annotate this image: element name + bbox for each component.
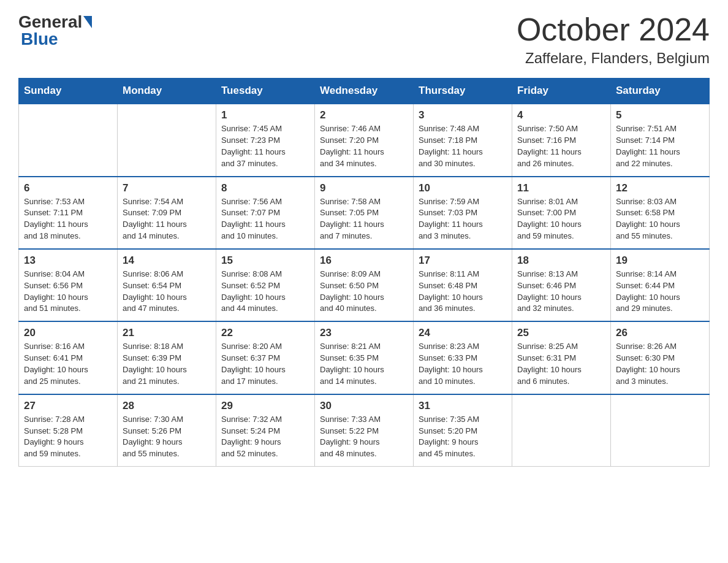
day-info: Sunrise: 8:20 AM Sunset: 6:37 PM Dayligh… [221, 341, 309, 387]
day-info: Sunrise: 8:21 AM Sunset: 6:35 PM Dayligh… [320, 341, 408, 387]
day-number: 23 [320, 327, 408, 339]
calendar-cell: 13Sunrise: 8:04 AM Sunset: 6:56 PM Dayli… [19, 249, 118, 321]
day-number: 7 [123, 182, 211, 194]
calendar-cell: 17Sunrise: 8:11 AM Sunset: 6:48 PM Dayli… [414, 249, 512, 321]
page-header: General Blue October 2024 Zaffelare, Fla… [18, 12, 710, 67]
month-title: October 2024 [517, 12, 710, 47]
day-info: Sunrise: 7:51 AM Sunset: 7:14 PM Dayligh… [616, 123, 704, 169]
calendar-cell: 19Sunrise: 8:14 AM Sunset: 6:44 PM Dayli… [611, 249, 710, 321]
logo-blue-text: Blue [21, 29, 58, 48]
day-number: 4 [517, 109, 605, 121]
day-number: 20 [24, 327, 112, 339]
day-number: 19 [616, 255, 704, 267]
day-info: Sunrise: 7:28 AM Sunset: 5:28 PM Dayligh… [24, 414, 112, 460]
day-number: 29 [221, 400, 309, 412]
day-number: 24 [419, 327, 507, 339]
day-number: 10 [419, 182, 507, 194]
day-info: Sunrise: 7:48 AM Sunset: 7:18 PM Dayligh… [419, 123, 507, 169]
logo-triangle-icon [83, 16, 92, 28]
calendar-table: SundayMondayTuesdayWednesdayThursdayFrid… [18, 78, 710, 467]
calendar-cell: 14Sunrise: 8:06 AM Sunset: 6:54 PM Dayli… [118, 249, 216, 321]
calendar-cell: 5Sunrise: 7:51 AM Sunset: 7:14 PM Daylig… [611, 104, 710, 176]
day-number: 11 [517, 182, 605, 194]
calendar-cell: 22Sunrise: 8:20 AM Sunset: 6:37 PM Dayli… [216, 321, 315, 394]
calendar-header-monday: Monday [118, 79, 216, 104]
calendar-cell: 9Sunrise: 7:58 AM Sunset: 7:05 PM Daylig… [315, 177, 414, 249]
day-info: Sunrise: 8:26 AM Sunset: 6:30 PM Dayligh… [616, 341, 704, 387]
day-info: Sunrise: 7:33 AM Sunset: 5:22 PM Dayligh… [320, 414, 408, 460]
calendar-cell: 8Sunrise: 7:56 AM Sunset: 7:07 PM Daylig… [216, 177, 315, 249]
calendar-cell: 4Sunrise: 7:50 AM Sunset: 7:16 PM Daylig… [512, 104, 611, 176]
day-number: 9 [320, 182, 408, 194]
day-number: 25 [517, 327, 605, 339]
calendar-header-thursday: Thursday [414, 79, 512, 104]
day-number: 13 [24, 255, 112, 267]
day-number: 12 [616, 182, 704, 194]
calendar-cell: 7Sunrise: 7:54 AM Sunset: 7:09 PM Daylig… [118, 177, 216, 249]
day-number: 22 [221, 327, 309, 339]
day-number: 6 [24, 182, 112, 194]
calendar-week-row: 1Sunrise: 7:45 AM Sunset: 7:23 PM Daylig… [19, 104, 710, 176]
day-info: Sunrise: 8:23 AM Sunset: 6:33 PM Dayligh… [419, 341, 507, 387]
calendar-cell: 25Sunrise: 8:25 AM Sunset: 6:31 PM Dayli… [512, 321, 611, 394]
calendar-cell: 21Sunrise: 8:18 AM Sunset: 6:39 PM Dayli… [118, 321, 216, 394]
day-info: Sunrise: 8:08 AM Sunset: 6:52 PM Dayligh… [221, 269, 309, 315]
day-number: 14 [123, 255, 211, 267]
calendar-week-row: 13Sunrise: 8:04 AM Sunset: 6:56 PM Dayli… [19, 249, 710, 321]
calendar-cell [512, 394, 611, 467]
day-number: 31 [419, 400, 507, 412]
day-number: 18 [517, 255, 605, 267]
day-info: Sunrise: 7:59 AM Sunset: 7:03 PM Dayligh… [419, 196, 507, 242]
day-number: 1 [221, 109, 309, 121]
day-number: 2 [320, 109, 408, 121]
calendar-cell: 24Sunrise: 8:23 AM Sunset: 6:33 PM Dayli… [414, 321, 512, 394]
day-info: Sunrise: 7:46 AM Sunset: 7:20 PM Dayligh… [320, 123, 408, 169]
calendar-cell [19, 104, 118, 176]
day-number: 21 [123, 327, 211, 339]
day-info: Sunrise: 7:45 AM Sunset: 7:23 PM Dayligh… [221, 123, 309, 169]
calendar-cell: 27Sunrise: 7:28 AM Sunset: 5:28 PM Dayli… [19, 394, 118, 467]
day-info: Sunrise: 7:35 AM Sunset: 5:20 PM Dayligh… [419, 414, 507, 460]
day-info: Sunrise: 7:56 AM Sunset: 7:07 PM Dayligh… [221, 196, 309, 242]
day-number: 30 [320, 400, 408, 412]
day-number: 3 [419, 109, 507, 121]
day-number: 28 [123, 400, 211, 412]
calendar-cell: 28Sunrise: 7:30 AM Sunset: 5:26 PM Dayli… [118, 394, 216, 467]
day-info: Sunrise: 8:16 AM Sunset: 6:41 PM Dayligh… [24, 341, 112, 387]
day-number: 5 [616, 109, 704, 121]
calendar-cell: 18Sunrise: 8:13 AM Sunset: 6:46 PM Dayli… [512, 249, 611, 321]
calendar-week-row: 6Sunrise: 7:53 AM Sunset: 7:11 PM Daylig… [19, 177, 710, 249]
day-number: 26 [616, 327, 704, 339]
calendar-cell: 20Sunrise: 8:16 AM Sunset: 6:41 PM Dayli… [19, 321, 118, 394]
day-info: Sunrise: 8:14 AM Sunset: 6:44 PM Dayligh… [616, 269, 704, 315]
calendar-cell: 10Sunrise: 7:59 AM Sunset: 7:03 PM Dayli… [414, 177, 512, 249]
day-number: 27 [24, 400, 112, 412]
calendar-cell: 6Sunrise: 7:53 AM Sunset: 7:11 PM Daylig… [19, 177, 118, 249]
day-info: Sunrise: 8:04 AM Sunset: 6:56 PM Dayligh… [24, 269, 112, 315]
calendar-cell: 1Sunrise: 7:45 AM Sunset: 7:23 PM Daylig… [216, 104, 315, 176]
calendar-week-row: 20Sunrise: 8:16 AM Sunset: 6:41 PM Dayli… [19, 321, 710, 394]
calendar-cell: 30Sunrise: 7:33 AM Sunset: 5:22 PM Dayli… [315, 394, 414, 467]
day-number: 16 [320, 255, 408, 267]
day-info: Sunrise: 8:01 AM Sunset: 7:00 PM Dayligh… [517, 196, 605, 242]
calendar-cell: 3Sunrise: 7:48 AM Sunset: 7:18 PM Daylig… [414, 104, 512, 176]
logo: General Blue [18, 12, 93, 49]
day-info: Sunrise: 7:58 AM Sunset: 7:05 PM Dayligh… [320, 196, 408, 242]
calendar-cell [611, 394, 710, 467]
location-title: Zaffelare, Flanders, Belgium [517, 50, 710, 67]
day-info: Sunrise: 8:11 AM Sunset: 6:48 PM Dayligh… [419, 269, 507, 315]
calendar-cell: 31Sunrise: 7:35 AM Sunset: 5:20 PM Dayli… [414, 394, 512, 467]
day-number: 17 [419, 255, 507, 267]
day-info: Sunrise: 8:18 AM Sunset: 6:39 PM Dayligh… [123, 341, 211, 387]
calendar-cell: 12Sunrise: 8:03 AM Sunset: 6:58 PM Dayli… [611, 177, 710, 249]
day-info: Sunrise: 7:53 AM Sunset: 7:11 PM Dayligh… [24, 196, 112, 242]
calendar-week-row: 27Sunrise: 7:28 AM Sunset: 5:28 PM Dayli… [19, 394, 710, 467]
calendar-header-row: SundayMondayTuesdayWednesdayThursdayFrid… [19, 79, 710, 104]
day-info: Sunrise: 7:32 AM Sunset: 5:24 PM Dayligh… [221, 414, 309, 460]
calendar-cell: 11Sunrise: 8:01 AM Sunset: 7:00 PM Dayli… [512, 177, 611, 249]
calendar-cell [118, 104, 216, 176]
calendar-cell: 29Sunrise: 7:32 AM Sunset: 5:24 PM Dayli… [216, 394, 315, 467]
calendar-header-sunday: Sunday [19, 79, 118, 104]
calendar-cell: 16Sunrise: 8:09 AM Sunset: 6:50 PM Dayli… [315, 249, 414, 321]
day-info: Sunrise: 7:54 AM Sunset: 7:09 PM Dayligh… [123, 196, 211, 242]
